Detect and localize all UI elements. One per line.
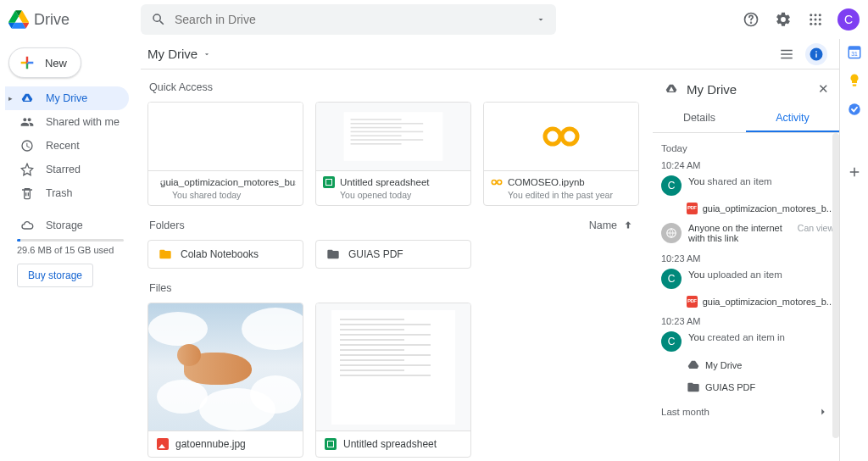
- close-icon[interactable]: ✕: [818, 81, 829, 97]
- people-icon: [20, 115, 34, 129]
- file-item[interactable]: Untitled spreadsheet: [315, 303, 471, 458]
- main: My Drive Quick Access guia_optimizacion_…: [141, 39, 839, 461]
- search-box[interactable]: [141, 4, 556, 35]
- scrollbar[interactable]: [832, 133, 839, 438]
- help-icon[interactable]: [741, 9, 761, 30]
- activity-text: You created an item in: [688, 331, 785, 352]
- activity-list[interactable]: Today 10:24 AM C You shared an item guia…: [653, 133, 839, 461]
- header: Drive C: [0, 0, 868, 39]
- addon-rail: 31: [839, 39, 868, 461]
- quick-card[interactable]: COMOSEO.ipynb You edited in the past yea…: [483, 102, 639, 206]
- quick-card[interactable]: guia_optimizacion_motores_busqu... You s…: [147, 102, 303, 206]
- arrow-up-icon: [622, 219, 634, 231]
- folder-name: GUIAS PDF: [348, 248, 403, 260]
- activity-file[interactable]: guia_optimizacion_motores_b...: [687, 296, 834, 308]
- file-item[interactable]: gatoennube.jpg: [147, 303, 303, 458]
- info-icon[interactable]: [805, 43, 827, 65]
- pdf-icon: [687, 296, 698, 308]
- breadcrumb[interactable]: My Drive: [147, 47, 211, 61]
- sidebar-item-mydrive[interactable]: ▸ My Drive: [5, 86, 129, 110]
- image-icon: [157, 438, 169, 450]
- activity-text: You shared an item: [688, 175, 772, 196]
- quick-access-label: Quick Access: [149, 81, 651, 93]
- storage-label: Storage: [46, 219, 83, 231]
- folder-icon: [687, 380, 700, 394]
- chevron-right-icon[interactable]: ▸: [8, 94, 13, 103]
- tab-activity[interactable]: Activity: [746, 105, 839, 132]
- activity-file[interactable]: GUIAS PDF: [687, 380, 834, 394]
- activity-day-label: Today: [661, 143, 834, 153]
- plus-icon: [18, 53, 36, 72]
- folder-item[interactable]: Colab Notebooks: [147, 240, 303, 269]
- card-title: COMOSEO.ipynb: [508, 177, 585, 187]
- svg-text:31: 31: [851, 51, 858, 57]
- activity-permission: Can view: [798, 223, 834, 233]
- clock-icon: [20, 139, 34, 153]
- card-title: guia_optimizacion_motores_busqu...: [160, 177, 296, 187]
- sidebar-item-shared[interactable]: Shared with me: [5, 110, 129, 134]
- content-area: Quick Access guia_optimizacion_motores_b…: [141, 69, 653, 461]
- svg-point-11: [545, 129, 560, 144]
- globe-icon: [661, 223, 682, 243]
- trash-icon: [20, 186, 34, 200]
- svg-point-5: [810, 19, 812, 21]
- activity-sub-text: Anyone on the internet with this link: [688, 223, 782, 243]
- sidebar-item-starred[interactable]: Starred: [5, 158, 129, 181]
- file-name: Untitled spreadsheet: [343, 438, 437, 450]
- svg-point-14: [498, 180, 502, 184]
- drive-icon: [687, 358, 700, 372]
- sidebar-item-label: Shared with me: [46, 116, 120, 128]
- activity-time: 10:23 AM: [661, 253, 834, 264]
- quick-card[interactable]: Untitled spreadsheet You opened today: [315, 102, 471, 206]
- account-avatar[interactable]: C: [837, 8, 860, 31]
- card-title: Untitled spreadsheet: [340, 177, 429, 187]
- chevron-right-icon[interactable]: [817, 406, 829, 418]
- activity-file[interactable]: guia_optimizacion_motores_b...: [687, 203, 834, 214]
- activity-file[interactable]: My Drive: [687, 358, 834, 372]
- drive-icon: [20, 92, 34, 105]
- tasks-icon[interactable]: [847, 102, 862, 117]
- file-thumb: [148, 303, 303, 430]
- sidebar-item-label: Recent: [46, 140, 80, 152]
- add-addon-icon[interactable]: [847, 164, 862, 180]
- product-name: Drive: [34, 11, 70, 29]
- card-subtitle: You shared today: [155, 190, 296, 200]
- folders-label: Folders: [149, 219, 185, 231]
- tab-details[interactable]: Details: [653, 105, 746, 132]
- colab-logo-icon: [542, 125, 580, 148]
- sidebar-item-storage[interactable]: Storage: [5, 214, 134, 237]
- search-input[interactable]: [175, 13, 527, 26]
- storage-bar: [17, 239, 124, 242]
- header-actions: C: [741, 8, 860, 31]
- activity-time: 10:23 AM: [661, 316, 834, 326]
- sort-control[interactable]: Name: [589, 219, 634, 231]
- calendar-icon[interactable]: 31: [847, 44, 862, 59]
- svg-point-8: [810, 23, 812, 25]
- activity-text: You uploaded an item: [688, 269, 782, 289]
- keep-icon[interactable]: [847, 73, 862, 88]
- sidebar-item-label: Trash: [46, 187, 73, 199]
- folder-item[interactable]: GUIAS PDF: [315, 240, 471, 269]
- pdf-icon: [687, 203, 698, 214]
- user-avatar: C: [661, 175, 682, 196]
- buy-storage-button[interactable]: Buy storage: [17, 264, 93, 287]
- sidebar-item-trash[interactable]: Trash: [5, 181, 129, 205]
- card-subtitle: You edited in the past year: [491, 190, 632, 200]
- settings-icon[interactable]: [773, 9, 793, 30]
- apps-icon[interactable]: [805, 9, 826, 30]
- new-button-label: New: [45, 57, 67, 69]
- folder-name: Colab Notebooks: [181, 248, 259, 260]
- drive-icon: [665, 82, 678, 96]
- svg-point-2: [810, 14, 812, 16]
- new-button[interactable]: New: [8, 47, 81, 78]
- svg-point-7: [819, 19, 821, 21]
- logo-area[interactable]: Drive: [8, 9, 141, 30]
- sidebar-item-recent[interactable]: Recent: [5, 134, 129, 158]
- colab-icon: [491, 176, 503, 188]
- drive-logo-icon: [8, 9, 29, 30]
- dropdown-icon[interactable]: [536, 14, 546, 25]
- card-thumb: [316, 103, 470, 170]
- quick-access-row: guia_optimizacion_motores_busqu... You s…: [147, 102, 653, 206]
- list-view-icon[interactable]: [776, 44, 797, 64]
- panel-title: My Drive: [687, 82, 737, 97]
